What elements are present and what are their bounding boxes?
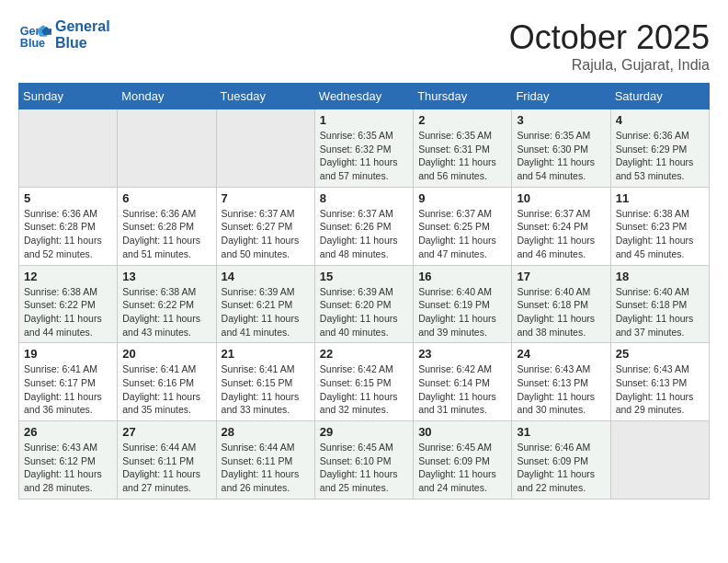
calendar-day-cell: 2Sunrise: 6:35 AMSunset: 6:31 PMDaylight… <box>414 109 512 188</box>
month-title: October 2025 <box>509 18 710 57</box>
location-subtitle: Rajula, Gujarat, India <box>509 57 710 74</box>
calendar-day-cell: 18Sunrise: 6:40 AMSunset: 6:18 PMDayligh… <box>610 265 709 343</box>
day-info: Sunrise: 6:39 AMSunset: 6:20 PMDaylight:… <box>320 285 408 339</box>
day-info: Sunrise: 6:38 AMSunset: 6:22 PMDaylight:… <box>122 285 210 339</box>
calendar-day-cell: 17Sunrise: 6:40 AMSunset: 6:18 PMDayligh… <box>512 265 610 343</box>
day-number: 8 <box>320 191 408 205</box>
logo-general: General <box>55 18 110 35</box>
weekday-header-tuesday: Tuesday <box>216 84 314 109</box>
day-number: 24 <box>517 347 605 361</box>
calendar-day-cell: 5Sunrise: 6:36 AMSunset: 6:28 PMDaylight… <box>19 187 118 265</box>
calendar-week-row: 5Sunrise: 6:36 AMSunset: 6:28 PMDaylight… <box>19 187 710 265</box>
calendar-day-cell: 4Sunrise: 6:36 AMSunset: 6:29 PMDaylight… <box>610 109 709 188</box>
day-info: Sunrise: 6:36 AMSunset: 6:28 PMDaylight:… <box>122 207 210 261</box>
logo-blue: Blue <box>55 35 110 52</box>
day-number: 30 <box>418 425 506 439</box>
calendar-day-cell: 16Sunrise: 6:40 AMSunset: 6:19 PMDayligh… <box>414 265 512 343</box>
calendar-day-cell: 6Sunrise: 6:36 AMSunset: 6:28 PMDaylight… <box>118 187 216 265</box>
logo: General Blue General Blue <box>18 18 110 52</box>
weekday-header-monday: Monday <box>118 84 216 109</box>
calendar-day-cell: 7Sunrise: 6:37 AMSunset: 6:27 PMDaylight… <box>216 187 314 265</box>
day-number: 20 <box>122 347 210 361</box>
day-number: 14 <box>222 270 310 283</box>
calendar-day-cell: 24Sunrise: 6:43 AMSunset: 6:13 PMDayligh… <box>512 343 610 421</box>
day-info: Sunrise: 6:37 AMSunset: 6:24 PMDaylight:… <box>517 207 605 261</box>
day-number: 23 <box>418 347 506 361</box>
day-info: Sunrise: 6:43 AMSunset: 6:13 PMDaylight:… <box>517 362 605 417</box>
day-info: Sunrise: 6:42 AMSunset: 6:14 PMDaylight:… <box>418 362 506 417</box>
day-number: 7 <box>222 191 310 205</box>
calendar-day-cell: 20Sunrise: 6:41 AMSunset: 6:16 PMDayligh… <box>118 343 216 421</box>
day-number: 22 <box>320 347 408 361</box>
day-number: 15 <box>320 270 408 283</box>
day-info: Sunrise: 6:43 AMSunset: 6:13 PMDaylight:… <box>616 362 704 417</box>
calendar-week-row: 12Sunrise: 6:38 AMSunset: 6:22 PMDayligh… <box>19 265 710 343</box>
day-info: Sunrise: 6:35 AMSunset: 6:30 PMDaylight:… <box>517 129 605 183</box>
calendar-day-cell <box>216 109 314 188</box>
day-number: 13 <box>122 270 210 283</box>
calendar-day-cell: 11Sunrise: 6:38 AMSunset: 6:23 PMDayligh… <box>610 187 709 265</box>
calendar-day-cell: 14Sunrise: 6:39 AMSunset: 6:21 PMDayligh… <box>216 265 314 343</box>
calendar-day-cell: 23Sunrise: 6:42 AMSunset: 6:14 PMDayligh… <box>414 343 512 421</box>
day-number: 25 <box>616 347 704 361</box>
title-block: October 2025 Rajula, Gujarat, India <box>509 18 710 74</box>
day-info: Sunrise: 6:39 AMSunset: 6:21 PMDaylight:… <box>222 285 310 339</box>
day-info: Sunrise: 6:45 AMSunset: 6:09 PMDaylight:… <box>418 441 506 495</box>
day-number: 18 <box>616 270 704 283</box>
day-info: Sunrise: 6:45 AMSunset: 6:10 PMDaylight:… <box>320 441 408 495</box>
day-number: 3 <box>517 113 605 127</box>
day-info: Sunrise: 6:46 AMSunset: 6:09 PMDaylight:… <box>517 441 605 495</box>
calendar-day-cell: 22Sunrise: 6:42 AMSunset: 6:15 PMDayligh… <box>314 343 413 421</box>
calendar-day-cell: 10Sunrise: 6:37 AMSunset: 6:24 PMDayligh… <box>512 187 610 265</box>
day-info: Sunrise: 6:41 AMSunset: 6:17 PMDaylight:… <box>24 362 112 417</box>
day-number: 21 <box>222 347 310 361</box>
calendar-day-cell: 19Sunrise: 6:41 AMSunset: 6:17 PMDayligh… <box>19 343 118 421</box>
day-info: Sunrise: 6:41 AMSunset: 6:16 PMDaylight:… <box>122 362 210 417</box>
calendar-day-cell: 3Sunrise: 6:35 AMSunset: 6:30 PMDaylight… <box>512 109 610 188</box>
calendar-week-row: 19Sunrise: 6:41 AMSunset: 6:17 PMDayligh… <box>19 343 710 421</box>
calendar-week-row: 1Sunrise: 6:35 AMSunset: 6:32 PMDaylight… <box>19 109 710 188</box>
day-number: 26 <box>24 425 112 439</box>
day-info: Sunrise: 6:38 AMSunset: 6:22 PMDaylight:… <box>24 285 112 339</box>
day-number: 16 <box>418 270 506 283</box>
day-number: 5 <box>24 191 112 205</box>
calendar-day-cell: 9Sunrise: 6:37 AMSunset: 6:25 PMDaylight… <box>414 187 512 265</box>
day-info: Sunrise: 6:44 AMSunset: 6:11 PMDaylight:… <box>222 441 310 495</box>
day-info: Sunrise: 6:36 AMSunset: 6:28 PMDaylight:… <box>24 207 112 261</box>
day-number: 6 <box>122 191 210 205</box>
day-info: Sunrise: 6:40 AMSunset: 6:19 PMDaylight:… <box>418 285 506 339</box>
calendar-day-cell: 15Sunrise: 6:39 AMSunset: 6:20 PMDayligh… <box>314 265 413 343</box>
calendar-day-cell: 26Sunrise: 6:43 AMSunset: 6:12 PMDayligh… <box>19 421 118 500</box>
day-info: Sunrise: 6:38 AMSunset: 6:23 PMDaylight:… <box>616 207 704 261</box>
day-info: Sunrise: 6:41 AMSunset: 6:15 PMDaylight:… <box>222 362 310 417</box>
calendar-day-cell: 25Sunrise: 6:43 AMSunset: 6:13 PMDayligh… <box>610 343 709 421</box>
calendar-day-cell: 29Sunrise: 6:45 AMSunset: 6:10 PMDayligh… <box>314 421 413 500</box>
calendar-day-cell: 13Sunrise: 6:38 AMSunset: 6:22 PMDayligh… <box>118 265 216 343</box>
day-info: Sunrise: 6:36 AMSunset: 6:29 PMDaylight:… <box>616 129 704 183</box>
day-info: Sunrise: 6:35 AMSunset: 6:31 PMDaylight:… <box>418 129 506 183</box>
calendar-table: SundayMondayTuesdayWednesdayThursdayFrid… <box>18 83 710 500</box>
day-info: Sunrise: 6:35 AMSunset: 6:32 PMDaylight:… <box>320 129 408 183</box>
day-info: Sunrise: 6:37 AMSunset: 6:26 PMDaylight:… <box>320 207 408 261</box>
calendar-day-cell: 21Sunrise: 6:41 AMSunset: 6:15 PMDayligh… <box>216 343 314 421</box>
calendar-day-cell <box>610 421 709 500</box>
day-number: 1 <box>320 113 408 127</box>
calendar-day-cell <box>118 109 216 188</box>
calendar-day-cell: 30Sunrise: 6:45 AMSunset: 6:09 PMDayligh… <box>414 421 512 500</box>
day-info: Sunrise: 6:40 AMSunset: 6:18 PMDaylight:… <box>616 285 704 339</box>
page-header: General Blue General Blue October 2025 R… <box>18 18 710 74</box>
calendar-week-row: 26Sunrise: 6:43 AMSunset: 6:12 PMDayligh… <box>19 421 710 500</box>
day-number: 28 <box>222 425 310 439</box>
weekday-header-wednesday: Wednesday <box>314 84 413 109</box>
day-info: Sunrise: 6:40 AMSunset: 6:18 PMDaylight:… <box>517 285 605 339</box>
day-number: 2 <box>418 113 506 127</box>
calendar-day-cell: 28Sunrise: 6:44 AMSunset: 6:11 PMDayligh… <box>216 421 314 500</box>
calendar-day-cell: 8Sunrise: 6:37 AMSunset: 6:26 PMDaylight… <box>314 187 413 265</box>
day-info: Sunrise: 6:44 AMSunset: 6:11 PMDaylight:… <box>122 441 210 495</box>
day-info: Sunrise: 6:37 AMSunset: 6:25 PMDaylight:… <box>418 207 506 261</box>
day-number: 27 <box>122 425 210 439</box>
day-number: 17 <box>517 270 605 283</box>
weekday-header-saturday: Saturday <box>610 84 709 109</box>
weekday-header-row: SundayMondayTuesdayWednesdayThursdayFrid… <box>19 84 710 109</box>
calendar-day-cell: 12Sunrise: 6:38 AMSunset: 6:22 PMDayligh… <box>19 265 118 343</box>
